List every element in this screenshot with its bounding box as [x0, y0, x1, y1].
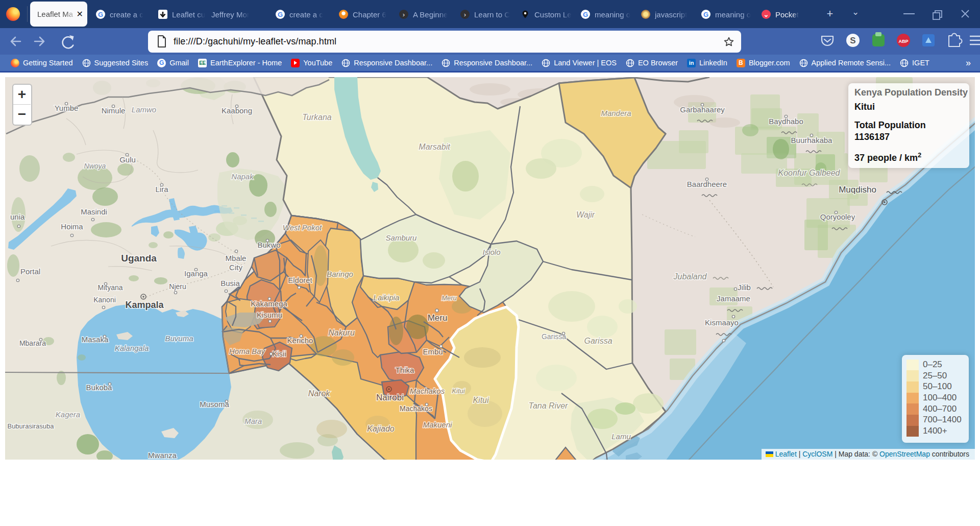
svg-text:Wajir: Wajir [576, 210, 595, 219]
svg-text:Musoma: Musoma [200, 400, 229, 409]
svg-text:Kagera: Kagera [56, 410, 80, 419]
svg-text:Narok: Narok [308, 389, 331, 398]
svg-text:Baydhabo: Baydhabo [769, 117, 803, 126]
svg-text:Baardheere: Baardheere [687, 180, 727, 188]
svg-text:Thika: Thika [396, 366, 414, 374]
svg-text:Mityana: Mityana [97, 283, 122, 292]
svg-text:Mwanza: Mwanza [148, 451, 177, 460]
svg-text:Meru: Meru [428, 313, 448, 323]
svg-text:Mandera: Mandera [601, 109, 631, 117]
svg-text:Eldoret: Eldoret [288, 276, 312, 284]
svg-text:Embu: Embu [423, 347, 443, 356]
svg-text:Buurhakaba: Buurhakaba [791, 136, 833, 145]
svg-text:Kitui: Kitui [452, 387, 465, 395]
svg-text:Laikipia: Laikipia [374, 293, 400, 302]
svg-text:Qoryooley: Qoryooley [820, 212, 855, 221]
svg-text:Jubaland: Jubaland [673, 272, 707, 281]
svg-text:Tana River: Tana River [529, 401, 568, 410]
svg-text:Kajiado: Kajiado [367, 424, 394, 433]
svg-text:Makueni: Makueni [423, 420, 452, 429]
svg-text:Garissa: Garissa [584, 337, 612, 345]
svg-text:Meru: Meru [442, 294, 457, 302]
svg-text:Mbale: Mbale [226, 254, 247, 262]
svg-text:Garbahaarey: Garbahaarey [680, 105, 725, 114]
svg-text:Marsabit: Marsabit [419, 142, 450, 151]
svg-text:ABP: ABP [898, 39, 908, 44]
svg-text:Homa Bay: Homa Bay [229, 347, 266, 355]
svg-text:S: S [850, 36, 855, 45]
svg-text:Hoima: Hoima [61, 222, 83, 231]
svg-text:Lamwo: Lamwo [132, 105, 156, 114]
svg-text:Muqdisho: Muqdisho [839, 185, 876, 195]
svg-text:Jilib: Jilib [738, 283, 751, 292]
svg-text:Isiolo: Isiolo [482, 248, 500, 256]
svg-text:Gulu: Gulu [119, 155, 136, 164]
svg-text:Nairobi: Nairobi [376, 393, 404, 402]
svg-text:Mara: Mara [244, 417, 262, 425]
svg-text:Lamu: Lamu [611, 432, 631, 441]
svg-text:Kanoni: Kanoni [93, 296, 116, 304]
svg-text:Nakuru: Nakuru [328, 328, 355, 337]
svg-text:West Pokot: West Pokot [283, 223, 322, 232]
svg-text:Jamaame: Jamaame [717, 294, 750, 303]
svg-text:Kampala: Kampala [125, 300, 164, 310]
svg-text:Kakamega: Kakamega [251, 299, 287, 308]
svg-text:Uganda: Uganda [121, 253, 157, 264]
svg-text:Machakos: Machakos [410, 387, 445, 395]
svg-text:Kalangala: Kalangala [115, 344, 149, 352]
svg-text:unia: unia [10, 212, 25, 221]
svg-text:Kitui: Kitui [473, 396, 489, 404]
svg-text:Buvuma: Buvuma [165, 334, 193, 343]
svg-text:Samburu: Samburu [386, 233, 418, 242]
svg-text:Busia: Busia [220, 279, 240, 288]
svg-text:Portal: Portal [20, 267, 40, 276]
svg-text:Nwoya: Nwoya [84, 162, 106, 170]
svg-text:Bukwo: Bukwo [257, 241, 280, 249]
svg-text:Kismaayo: Kismaayo [705, 318, 739, 327]
svg-text:Kisii: Kisii [272, 349, 286, 358]
svg-text:Njeru: Njeru [169, 282, 186, 291]
svg-text:Napak: Napak [231, 172, 254, 181]
svg-text:Masindi: Masindi [81, 207, 107, 216]
svg-text:Koonfur Galbeed: Koonfur Galbeed [778, 169, 841, 177]
svg-text:City: City [229, 263, 242, 272]
svg-text:Kisumu: Kisumu [257, 310, 282, 319]
svg-text:Turkana: Turkana [302, 113, 332, 122]
svg-text:Buburasirasuba: Buburasirasuba [7, 422, 54, 430]
svg-text:Baringo: Baringo [327, 270, 353, 278]
